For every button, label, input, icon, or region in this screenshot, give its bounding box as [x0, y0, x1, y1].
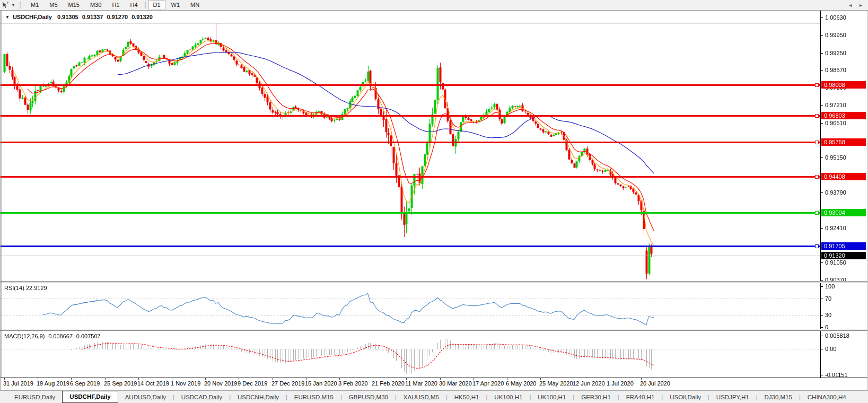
date-axis-label: 19 Aug 2019: [37, 380, 69, 387]
mt4-terminal: { "icons": { "cursor_tool": "crosshair-c…: [0, 0, 868, 403]
line-anchor-marker[interactable]: [815, 175, 819, 179]
rsi-axis-tickmark: [820, 327, 823, 328]
tab-usdcad-daily[interactable]: USDCAD,Daily: [174, 391, 229, 403]
timeframe-button-h1[interactable]: H1: [107, 0, 124, 10]
date-axis-label: 6 May 2020: [506, 380, 536, 387]
macd-axis-tick: 0.00: [825, 346, 836, 353]
date-axis-label: 20 Jul 2020: [640, 380, 670, 387]
timeframe-button-m5[interactable]: M5: [45, 0, 62, 10]
price-axis-tickmark: [820, 280, 823, 281]
tab-usoil-daily[interactable]: USOil,Daily: [663, 391, 708, 403]
date-axis-tickmark: [540, 378, 541, 380]
date-axis-tickmark: [339, 378, 340, 380]
toolbar-grip[interactable]: [20, 2, 23, 8]
price-axis-tick: 0.93790: [825, 189, 846, 196]
tab-china300-h4[interactable]: CHINA300,H4: [801, 391, 853, 403]
timeframe-button-w1[interactable]: W1: [166, 0, 185, 10]
date-axis-label: 31 Jul 2019: [3, 380, 33, 387]
time-axis-line: [0, 378, 868, 378]
tab-usdchf-daily[interactable]: USDCHF,Daily: [62, 391, 118, 403]
price-axis-tickmark: [820, 157, 823, 158]
horizontal-line-0.95758[interactable]: [0, 142, 820, 143]
chart-symbol-label: USDCHF,Daily: [13, 14, 52, 20]
date-axis-tickmark: [172, 378, 172, 380]
date-axis-label: 12 Jun 2020: [573, 380, 605, 387]
date-axis-label: 14 Oct 2019: [137, 380, 169, 387]
date-axis-tickmark: [440, 378, 441, 380]
tab-uk100-h1[interactable]: UK100,H1: [531, 391, 573, 403]
price-axis-tickmark: [820, 228, 823, 229]
tab-usdjpy-h1[interactable]: USDJPY,H1: [709, 391, 756, 403]
line-anchor-marker[interactable]: [815, 83, 819, 87]
tab-eurusd-m15[interactable]: EURUSD,M15: [287, 391, 340, 403]
timeframe-button-m30[interactable]: M30: [85, 0, 106, 10]
date-axis-tickmark: [273, 378, 273, 380]
date-axis-label: 3 Feb 2020: [338, 380, 368, 387]
symbol-dropdown-icon[interactable]: ▼: [5, 15, 10, 20]
date-axis-tickmark: [306, 378, 306, 380]
price-axis-tickmark: [820, 105, 823, 106]
tab-uk100-h1[interactable]: UK100,H1: [487, 391, 529, 403]
timeframe-button-h4[interactable]: H4: [125, 0, 142, 10]
macd-pane-canvas[interactable]: [0, 331, 820, 378]
timeframe-button-mn[interactable]: MN: [186, 0, 204, 10]
line-anchor-marker[interactable]: [815, 211, 819, 215]
line-anchor-marker[interactable]: [815, 114, 819, 118]
tab-usdcnh-daily[interactable]: USDCNH,Daily: [231, 391, 286, 403]
chart-left-border: [2, 11, 2, 378]
timeframe-button-d1[interactable]: D1: [148, 0, 165, 10]
rsi-macd-separator[interactable]: [0, 329, 868, 331]
tab-scroll-arrows-icon[interactable]: ◂ ▸: [849, 2, 865, 8]
timeframe-button-m1[interactable]: M1: [26, 0, 43, 10]
tab-ger30-h1[interactable]: GER30,H1: [574, 391, 618, 403]
cursor-dropdown-caret-icon[interactable]: ▾: [10, 3, 16, 7]
date-axis-tickmark: [4, 378, 5, 380]
macd-axis-tickmark: [820, 336, 823, 336]
tab-dj30-m15[interactable]: DJ30,M15: [758, 391, 799, 403]
price-axis-tickmark: [820, 192, 823, 193]
horizontal-line-0.98008[interactable]: [0, 84, 820, 86]
rsi-axis-tickmark: [820, 299, 823, 299]
price-axis-tickmark: [820, 70, 823, 71]
tab-fra40-h1[interactable]: FRA40,H1: [619, 391, 662, 403]
date-axis-tickmark: [205, 378, 206, 380]
date-axis-label: 1 Nov 2019: [171, 380, 200, 387]
date-axis-label: 21 Feb 2020: [372, 380, 405, 387]
rsi-pane-canvas[interactable]: [0, 283, 820, 329]
price-axis-tickmark: [820, 35, 823, 36]
main-chart-canvas[interactable]: [0, 11, 820, 281]
chart-title-strip: ▼ USDCHF,Daily 0.91305 0.91337 0.91270 0…: [1, 11, 820, 23]
tab-xauusd-m5[interactable]: XAUUSD,M5: [397, 391, 446, 403]
price-axis-tick: 0.98570: [825, 67, 846, 74]
crosshair-cursor-icon[interactable]: [1, 1, 10, 9]
date-axis-label: 20 Nov 2019: [204, 380, 237, 387]
horizontal-line-0.96803[interactable]: [0, 115, 820, 117]
quote-low: 0.91270: [107, 14, 128, 20]
horizontal-line-0.91705[interactable]: [0, 246, 820, 247]
price-axis-tickmark: [820, 53, 823, 54]
tab-hk50-h1[interactable]: HK50,H1: [448, 391, 486, 403]
price-axis-tick: 0.92410: [825, 225, 846, 232]
quote-open: 0.91305: [57, 14, 78, 20]
date-axis-tickmark: [138, 378, 139, 380]
date-axis-tickmark: [105, 378, 106, 380]
tab-gbpusd-m30[interactable]: GBPUSD,M30: [342, 391, 395, 403]
timeframe-button-m15[interactable]: M15: [64, 0, 84, 10]
rsi-axis-tick: 100: [825, 283, 835, 290]
main-rsi-separator[interactable]: [0, 281, 868, 283]
price-axis-tick: 0.97210: [825, 102, 846, 109]
horizontal-line-0.94408[interactable]: [0, 176, 820, 178]
horizontal-line-0.93004[interactable]: [0, 212, 820, 214]
date-axis-label: 25 Sep 2019: [104, 380, 137, 387]
price-line-label: 0.91705: [821, 242, 866, 250]
tab-audusd-daily[interactable]: AUDUSD,Daily: [118, 391, 173, 403]
date-axis-tickmark: [373, 378, 373, 380]
macd-axis-tick: 0.005818: [825, 332, 849, 339]
tab-eurusd-daily[interactable]: EURUSD,Daily: [7, 391, 62, 403]
date-axis-tickmark: [71, 378, 72, 380]
line-anchor-marker[interactable]: [815, 141, 819, 144]
date-axis-label: 9 Dec 2019: [238, 380, 267, 387]
price-axis-tick: 0.96510: [825, 120, 846, 127]
date-axis-label: 1 Jul 2020: [607, 380, 634, 387]
line-anchor-marker[interactable]: [815, 244, 819, 248]
